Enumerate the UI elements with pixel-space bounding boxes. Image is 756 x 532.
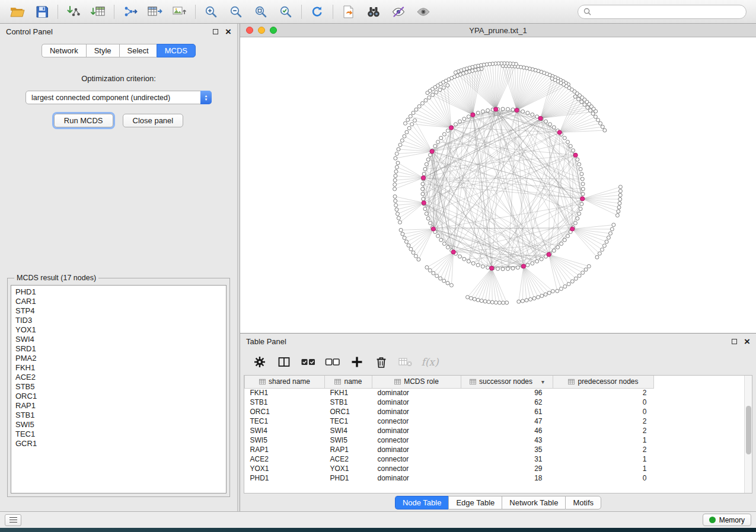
table-row[interactable]: STB1STB1dominator620 xyxy=(245,398,654,407)
zoom-out-button[interactable] xyxy=(224,2,248,22)
network-canvas[interactable] xyxy=(240,37,756,333)
table-row[interactable]: YOX1YOX1connector291 xyxy=(245,464,654,473)
table-row[interactable]: SWI4SWI4dominator462 xyxy=(245,426,654,435)
deselect-all-button[interactable] xyxy=(323,352,343,372)
window-close-button[interactable] xyxy=(246,27,253,34)
cell-successors: 96 xyxy=(461,388,553,398)
cell-successors: 29 xyxy=(461,464,553,473)
column-header-shared-name[interactable]: shared name xyxy=(245,376,325,388)
column-grid-icon xyxy=(568,379,575,385)
tab-mcds[interactable]: MCDS xyxy=(157,44,196,57)
import-table-button[interactable] xyxy=(86,2,111,22)
mcds-result-item[interactable]: PMA2 xyxy=(15,354,222,363)
tab-network[interactable]: Network xyxy=(42,44,86,57)
search-input[interactable] xyxy=(595,8,741,16)
mcds-result-item[interactable]: FKH1 xyxy=(15,363,222,373)
delete-column-button[interactable] xyxy=(371,352,391,372)
mcds-result-item[interactable]: SWI5 xyxy=(15,420,222,430)
cell-shared-name: ORC1 xyxy=(245,407,325,416)
tab-network-table[interactable]: Network Table xyxy=(502,496,565,509)
mcds-result-list[interactable]: PHD1CAR1STP4TID3YOX1SWI4SRD1PMA2FKH1ACE2… xyxy=(11,285,227,493)
export-image-button[interactable] xyxy=(167,2,192,22)
window-maximize-button[interactable] xyxy=(270,27,277,34)
mcds-result-item[interactable]: ACE2 xyxy=(15,373,222,382)
column-header-name[interactable]: name xyxy=(325,376,372,388)
close-panel-icon[interactable]: × xyxy=(225,27,231,37)
mcds-result-item[interactable]: TEC1 xyxy=(15,430,222,439)
table-row[interactable]: PHD1PHD1dominator180 xyxy=(245,473,654,483)
function-builder-button[interactable]: f(x) xyxy=(420,352,440,372)
memory-button[interactable]: Memory xyxy=(703,514,751,526)
table-scrollbar[interactable] xyxy=(744,376,752,493)
deselect-all-icon xyxy=(325,355,340,368)
mcds-result-item[interactable]: YOX1 xyxy=(15,325,222,335)
cell-name: STB1 xyxy=(325,398,372,407)
column-header-successor-nodes[interactable]: successor nodes▾ xyxy=(461,376,553,388)
mcds-result-item[interactable]: RAP1 xyxy=(15,401,222,411)
mcds-result-item[interactable]: CAR1 xyxy=(15,297,222,306)
delete-table-button[interactable] xyxy=(395,352,416,372)
window-minimize-button[interactable] xyxy=(258,27,265,34)
scrollbar-thumb[interactable] xyxy=(746,406,751,454)
cell-successors: 35 xyxy=(461,445,553,454)
node-table-body: FKH1FKH1dominator962STB1STB1dominator620… xyxy=(245,388,654,483)
export-web-button[interactable] xyxy=(336,2,361,22)
table-settings-button[interactable] xyxy=(250,352,270,372)
tab-node-table[interactable]: Node Table xyxy=(395,496,449,509)
search-box[interactable] xyxy=(578,5,747,19)
memory-status-icon xyxy=(709,517,716,523)
table-row[interactable]: TEC1TEC1connector472 xyxy=(245,416,654,426)
save-icon xyxy=(35,5,49,19)
zoom-selected-button[interactable] xyxy=(273,2,298,22)
select-all-button[interactable] xyxy=(298,352,318,372)
cell-name: PHD1 xyxy=(325,473,372,483)
find-button[interactable] xyxy=(361,2,386,22)
list-icon xyxy=(9,517,17,523)
mcds-result-item[interactable]: SWI4 xyxy=(15,335,222,344)
close-panel-button[interactable]: Close panel xyxy=(123,114,184,127)
import-network-button[interactable] xyxy=(61,2,86,22)
column-header-mcds-role[interactable]: MCDS role xyxy=(372,376,461,388)
open-file-button[interactable] xyxy=(5,2,30,22)
column-header-predecessor-nodes[interactable]: predecessor nodes xyxy=(553,376,654,388)
criterion-select[interactable]: largest connected component (undirected)… xyxy=(25,91,212,104)
zoom-fit-button[interactable] xyxy=(248,2,273,22)
tab-select[interactable]: Select xyxy=(119,44,157,57)
mcds-result-item[interactable]: ORC1 xyxy=(15,392,222,401)
float-panel-icon[interactable] xyxy=(213,29,218,34)
tab-style[interactable]: Style xyxy=(86,44,119,57)
cell-name: TEC1 xyxy=(325,416,372,426)
run-mcds-button[interactable]: Run MCDS xyxy=(54,114,113,127)
export-network-button[interactable] xyxy=(117,2,142,22)
table-panel: Table Panel × f(x) xyxy=(240,334,756,511)
table-row[interactable]: ACE2ACE2connector311 xyxy=(245,454,654,464)
table-row[interactable]: SWI5SWI5connector431 xyxy=(245,435,654,445)
mcds-result-item[interactable]: STP4 xyxy=(15,306,222,316)
mcds-result-item[interactable]: TID3 xyxy=(15,316,222,325)
mcds-result-item[interactable]: PHD1 xyxy=(15,287,222,297)
mcds-result-item[interactable]: GCR1 xyxy=(15,439,222,448)
mcds-result-item[interactable]: STB1 xyxy=(15,411,222,420)
cell-role: connector xyxy=(372,435,461,445)
mcds-result-item[interactable]: STB5 xyxy=(15,382,222,392)
table-row[interactable]: ORC1ORC1dominator610 xyxy=(245,407,654,416)
show-graphics-details-button[interactable] xyxy=(411,2,436,22)
apply-layout-button[interactable] xyxy=(305,2,330,22)
create-column-button[interactable] xyxy=(347,352,367,372)
save-session-button[interactable] xyxy=(30,2,55,22)
show-columns-button[interactable] xyxy=(274,352,294,372)
zoom-in-button[interactable] xyxy=(199,2,224,22)
mcds-result-item[interactable]: SRD1 xyxy=(15,344,222,354)
tab-edge-table[interactable]: Edge Table xyxy=(448,496,502,509)
status-menu-button[interactable] xyxy=(5,514,21,526)
filter-button[interactable] xyxy=(386,2,411,22)
cell-successors: 31 xyxy=(461,454,553,464)
close-table-panel-icon[interactable]: × xyxy=(744,336,750,347)
table-row[interactable]: RAP1RAP1dominator352 xyxy=(245,445,654,454)
table-row[interactable]: FKH1FKH1dominator962 xyxy=(245,388,654,398)
export-network-icon xyxy=(122,5,138,19)
tab-motifs[interactable]: Motifs xyxy=(565,496,601,509)
mcds-result-title: MCDS result (17 nodes) xyxy=(14,274,98,282)
export-table-button[interactable] xyxy=(142,2,167,22)
float-table-panel-icon[interactable] xyxy=(732,339,737,344)
